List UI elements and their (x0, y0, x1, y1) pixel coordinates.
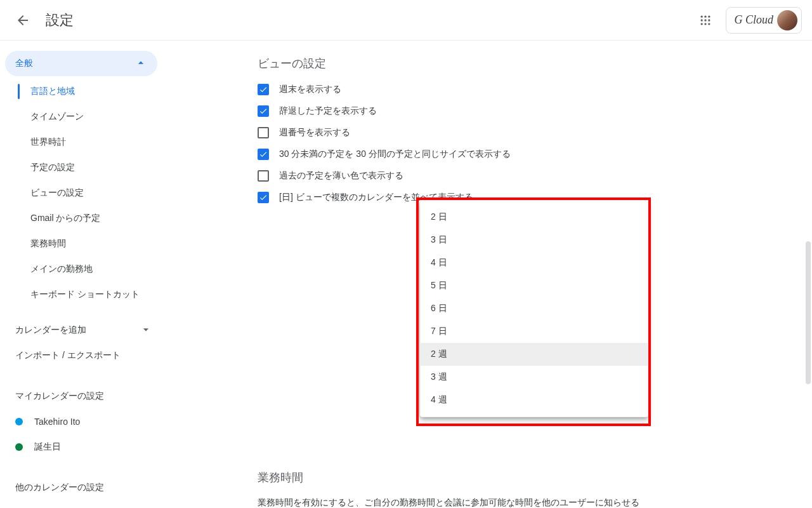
checkbox-label: 週番号を表示する (279, 127, 350, 138)
dropdown-option[interactable]: 7 日 (421, 320, 648, 343)
dropdown-option[interactable]: 3 週 (421, 366, 648, 389)
calendar-item[interactable]: Takehiro Ito (0, 409, 162, 434)
calendar-item[interactable]: 誕生日 (0, 434, 162, 460)
svg-point-1 (705, 15, 707, 17)
checkbox-row: 過去の予定を薄い色で表示する (258, 170, 645, 182)
sidebar-my-calendars-heading: マイカレンダーの設定 (0, 384, 162, 409)
avatar (777, 10, 797, 30)
checkbox[interactable] (258, 149, 269, 160)
svg-point-0 (701, 15, 703, 17)
svg-point-8 (709, 23, 710, 25)
account-chip[interactable]: G Cloud (726, 7, 802, 34)
dropdown-option[interactable]: 2 日 (421, 206, 648, 229)
sidebar-subitems: 言語と地域 タイムゾーン 世界時計 予定の設定 ビューの設定 Gmail からの… (0, 79, 162, 307)
checkbox-row: 週番号を表示する (258, 127, 645, 138)
sidebar-item-keyboard-shortcuts[interactable]: キーボード ショートカット (0, 282, 162, 307)
sidebar-item-view-settings[interactable]: ビューの設定 (0, 180, 162, 206)
page-title: 設定 (46, 11, 74, 30)
svg-point-7 (705, 23, 707, 25)
calendar-color-dot (15, 443, 23, 451)
checkbox[interactable] (258, 192, 269, 203)
calendar-color-dot (15, 418, 23, 425)
checkbox-row: 週末を表示する (258, 84, 645, 95)
working-hours-description: 業務時間を有効にすると、ご自分の勤務時間と会議に参加可能な時間を他のユーザーに知… (258, 495, 645, 508)
scrollbar-thumb[interactable] (806, 241, 811, 384)
checkbox-label: 30 分未満の予定を 30 分間の予定と同じサイズで表示する (279, 149, 511, 160)
section-title-view: ビューの設定 (258, 56, 645, 71)
sidebar-item-event-settings[interactable]: 予定の設定 (0, 155, 162, 180)
custom-view-dropdown[interactable]: 2 日3 日4 日5 日6 日7 日2 週3 週4 週 (420, 200, 648, 417)
chevron-up-icon (134, 57, 147, 71)
dropdown-option[interactable]: 4 日 (421, 251, 648, 274)
chevron-down-icon (140, 323, 152, 338)
svg-point-6 (701, 23, 703, 25)
sidebar-other-calendars-heading: 他のカレンダーの設定 (0, 475, 162, 500)
dropdown-option[interactable]: 6 日 (421, 297, 648, 320)
dropdown-option[interactable]: 2 週 (421, 343, 648, 366)
sidebar-item-gmail-events[interactable]: Gmail からの予定 (0, 206, 162, 231)
apps-icon[interactable] (693, 8, 718, 33)
checkbox[interactable] (258, 127, 269, 138)
app-header: 設定 G Cloud (0, 0, 812, 41)
sidebar-item-language-region[interactable]: 言語と地域 (0, 79, 162, 104)
svg-point-3 (701, 19, 703, 21)
dropdown-option[interactable]: 3 日 (421, 229, 648, 251)
main-content: ビューの設定 週末を表示する辞退した予定を表示する週番号を表示する30 分未満の… (162, 41, 812, 508)
sidebar-item-working-hours[interactable]: 業務時間 (0, 231, 162, 257)
sidebar-section-general[interactable]: 全般 (5, 51, 157, 76)
checkbox-row: 辞退した予定を表示する (258, 105, 645, 117)
checkbox-label: 週末を表示する (279, 84, 341, 95)
sidebar-item-world-clock[interactable]: 世界時計 (0, 130, 162, 155)
svg-point-5 (709, 19, 710, 21)
dropdown-option[interactable]: 4 週 (421, 389, 648, 411)
calendar-item[interactable]: 日本の祝日 (0, 500, 162, 508)
sidebar-add-calendar[interactable]: カレンダーを追加 (0, 318, 162, 343)
checkbox-row: 30 分未満の予定を 30 分間の予定と同じサイズで表示する (258, 149, 645, 160)
checkbox[interactable] (258, 84, 269, 95)
account-label: G Cloud (734, 13, 773, 27)
svg-point-4 (705, 19, 707, 21)
checkbox-label: 辞退した予定を表示する (279, 105, 377, 117)
checkbox[interactable] (258, 170, 269, 182)
sidebar: 全般 言語と地域 タイムゾーン 世界時計 予定の設定 ビューの設定 Gmail … (0, 41, 162, 508)
section-title-working-hours: 業務時間 (258, 470, 645, 485)
sidebar-item-main-location[interactable]: メインの勤務地 (0, 257, 162, 282)
dropdown-option[interactable]: 5 日 (421, 274, 648, 297)
sidebar-import-export[interactable]: インポート / エクスポート (0, 343, 162, 368)
back-button[interactable] (10, 8, 36, 33)
checkbox-label: 過去の予定を薄い色で表示する (279, 170, 403, 182)
svg-point-2 (709, 15, 710, 17)
checkbox[interactable] (258, 105, 269, 117)
scrollbar-track[interactable] (803, 41, 811, 508)
sidebar-general-label: 全般 (15, 58, 33, 69)
sidebar-item-timezone[interactable]: タイムゾーン (0, 104, 162, 130)
